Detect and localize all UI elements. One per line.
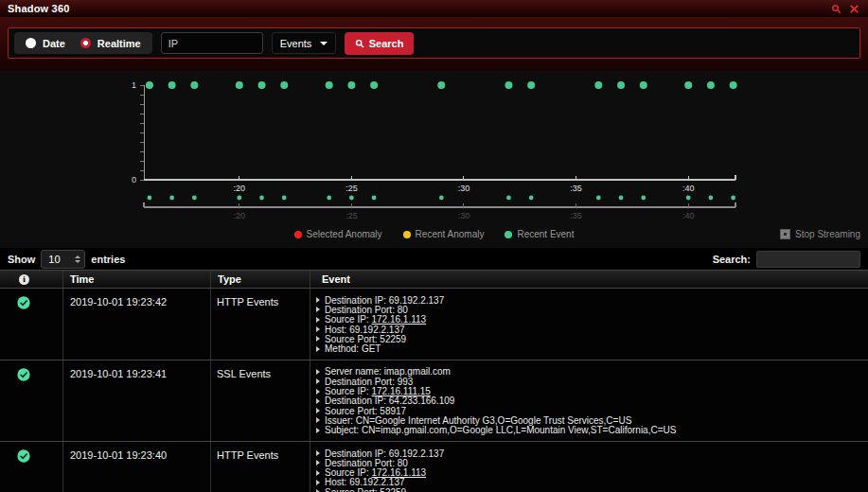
event-detail-line: Destination Port: 80 (316, 305, 864, 314)
event-details: Server name: imap.gmail.comDestination P… (310, 360, 868, 441)
event-row[interactable]: 2019-10-01 19:23:40HTTP EventsDestinatio… (0, 442, 868, 492)
svg-text::35: :35 (570, 184, 582, 193)
legend-label: Recent Anomaly (416, 229, 485, 239)
mode-radio-group: Date Realtime (14, 32, 152, 54)
legend-item[interactable]: Selected Anomaly (294, 229, 382, 239)
bullet-triangle-icon (316, 408, 320, 413)
status-column-header[interactable]: i (0, 271, 63, 288)
svg-text::25: :25 (345, 211, 358, 220)
event-detail-line: Server name: imap.gmail.com (316, 367, 864, 377)
svg-text:1: 1 (132, 80, 136, 90)
events-timeline-chart[interactable]: 10:20:25:30:35:40:20:25:30:35:40 Selecte… (0, 71, 868, 248)
detail-text: Method: GET (325, 343, 381, 354)
svg-text:0: 0 (132, 175, 136, 184)
event-detail-line: Issuer: CN=Google Internet Authority G3,… (316, 415, 864, 425)
event-detail-line: Host: 69.192.2.137 (316, 325, 864, 334)
ip-input[interactable] (161, 32, 263, 54)
svg-text::20: :20 (234, 184, 246, 193)
svg-text::30: :30 (458, 184, 470, 193)
date-radio-circle[interactable] (26, 38, 36, 48)
event-detail-line: Subject: CN=imap.gmail.com,O=Google LLC,… (316, 426, 864, 435)
close-icon[interactable] (848, 3, 860, 15)
legend-item[interactable]: Recent Event (505, 229, 574, 239)
events-table: i Time Type Event 2019-10-01 19:23:42HTT… (0, 270, 868, 492)
event-detail-line: Source IP: 172.16.1.113 (316, 315, 864, 325)
search-form-panel: Date Realtime Events Search (0, 17, 868, 71)
bullet-triangle-icon (316, 480, 320, 485)
show-label: Show (8, 254, 35, 265)
status-cell (0, 360, 63, 441)
search-icon[interactable] (830, 3, 842, 15)
legend-label: Selected Anomaly (307, 229, 382, 239)
event-detail-line: Destination IP: 69.192.2.137 (316, 295, 864, 305)
event-row[interactable]: 2019-10-01 19:23:41SSL EventsServer name… (0, 360, 868, 442)
svg-text::35: :35 (570, 211, 582, 220)
table-search-input[interactable] (756, 251, 860, 268)
table-controls: Show 10 entries Search: (0, 248, 868, 270)
bullet-triangle-icon (316, 460, 320, 466)
bullet-triangle-icon (316, 417, 320, 423)
event-time: 2019-10-01 19:23:42 (63, 289, 211, 360)
event-detail-line: Source Port: 52259 (316, 487, 864, 492)
detail-value: CN=imap.gmail.com,O=Google LLC,L=Mountai… (362, 425, 676, 435)
detail-value: 52259 (380, 334, 406, 344)
status-cell (0, 442, 63, 492)
page-size-select[interactable]: 10 (41, 250, 85, 269)
event-detail-line: Destination IP: 69.192.2.137 (316, 448, 864, 458)
page-size-value: 10 (48, 254, 60, 265)
search-button-label: Search (369, 38, 404, 49)
bullet-triangle-icon (316, 470, 320, 476)
bullet-triangle-icon (316, 336, 320, 342)
events-select[interactable]: Events (272, 32, 336, 54)
date-radio[interactable]: Date (26, 38, 65, 49)
event-detail-line: Source Port: 58917 (316, 406, 864, 415)
info-icon: i (19, 274, 29, 285)
search-form: Date Realtime Events Search (8, 27, 860, 59)
check-circle-icon (17, 449, 62, 463)
event-detail-line: Destination Port: 993 (316, 377, 864, 386)
events-table-body: 2019-10-01 19:23:42HTTP EventsDestinatio… (0, 289, 868, 492)
bullet-triangle-icon (316, 326, 320, 332)
realtime-radio-label: Realtime (97, 38, 141, 49)
time-column-header[interactable]: Time (63, 271, 211, 288)
event-detail-line: Source IP: 172.16.111.15 (316, 386, 864, 395)
svg-text::40: :40 (682, 211, 695, 220)
detail-text: Source Port: 52259 (325, 487, 406, 492)
event-details: Destination IP: 69.192.2.137Destination … (310, 442, 868, 492)
app-title: Shadow 360 (8, 3, 70, 14)
legend-item[interactable]: Recent Anomaly (403, 229, 485, 239)
timeline-plot[interactable]: 10:20:25:30:35:40:20:25:30:35:40 (0, 71, 868, 248)
svg-text::40: :40 (682, 184, 695, 193)
bullet-triangle-icon (316, 297, 320, 303)
chart-legend: Selected AnomalyRecent AnomalyRecent Eve… (0, 229, 868, 239)
bullet-triangle-icon (316, 346, 320, 352)
bullet-triangle-icon (316, 428, 320, 433)
event-column-header[interactable]: Event (310, 271, 868, 288)
event-detail-line: Destination Port: 80 (316, 458, 864, 467)
entries-label: entries (91, 254, 125, 265)
event-detail-line: Source Port: 52259 (316, 334, 864, 343)
search-button[interactable]: Search (345, 32, 415, 55)
page-size-group: Show 10 entries (8, 250, 125, 269)
bullet-triangle-icon (316, 307, 320, 312)
events-select-value: Events (280, 38, 312, 49)
legend-dot-icon (403, 231, 411, 238)
bullet-triangle-icon (316, 398, 320, 404)
search-icon (355, 39, 364, 48)
stop-streaming-toggle[interactable]: Stop Streaming (780, 229, 860, 239)
events-table-header: i Time Type Event (0, 270, 868, 289)
event-row[interactable]: 2019-10-01 19:23:42HTTP EventsDestinatio… (0, 289, 868, 360)
event-time: 2019-10-01 19:23:40 (63, 442, 211, 492)
realtime-radio[interactable]: Realtime (80, 38, 141, 49)
bullet-triangle-icon (316, 389, 320, 395)
legend-label: Recent Event (517, 229, 574, 239)
type-column-header[interactable]: Type (211, 271, 310, 288)
status-cell (0, 289, 63, 360)
realtime-radio-circle[interactable] (80, 38, 91, 48)
svg-text::20: :20 (234, 211, 246, 220)
detail-value: GET (362, 343, 381, 354)
check-circle-icon (17, 368, 62, 381)
event-detail-line: Destination IP: 64.233.166.109 (316, 396, 864, 406)
stop-streaming-checkbox[interactable] (780, 229, 790, 239)
detail-text: Subject: CN=imap.gmail.com,O=Google LLC,… (325, 425, 676, 435)
